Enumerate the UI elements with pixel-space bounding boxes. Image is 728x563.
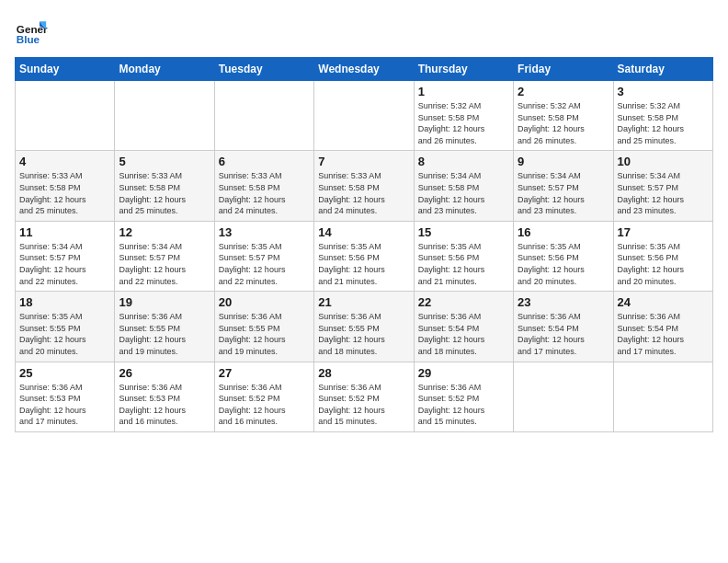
weekday-header: Saturday (613, 58, 712, 81)
calendar-cell (613, 362, 712, 431)
calendar-cell: 20Sunrise: 5:36 AMSunset: 5:55 PMDayligh… (214, 292, 313, 362)
day-number: 16 (518, 225, 609, 239)
calendar-cell: 18Sunrise: 5:35 AMSunset: 5:55 PMDayligh… (16, 292, 115, 362)
calendar-cell: 26Sunrise: 5:36 AMSunset: 5:53 PMDayligh… (115, 362, 214, 431)
day-number: 26 (119, 366, 210, 380)
weekday-header: Tuesday (214, 58, 313, 81)
weekday-header: Wednesday (314, 58, 414, 81)
calendar-cell: 22Sunrise: 5:36 AMSunset: 5:54 PMDayligh… (414, 292, 513, 362)
calendar-week-row: 11Sunrise: 5:34 AMSunset: 5:57 PMDayligh… (16, 221, 713, 291)
calendar-cell (514, 362, 613, 431)
day-info: Sunrise: 5:34 AMSunset: 5:57 PMDaylight:… (119, 241, 210, 287)
calendar-cell (214, 81, 313, 151)
calendar-cell: 21Sunrise: 5:36 AMSunset: 5:55 PMDayligh… (314, 292, 414, 362)
day-info: Sunrise: 5:36 AMSunset: 5:52 PMDaylight:… (219, 382, 310, 428)
calendar-cell: 13Sunrise: 5:35 AMSunset: 5:57 PMDayligh… (214, 221, 313, 291)
day-number: 25 (19, 366, 110, 380)
day-number: 28 (318, 366, 409, 380)
day-info: Sunrise: 5:33 AMSunset: 5:58 PMDaylight:… (318, 170, 409, 216)
day-number: 23 (518, 295, 609, 309)
day-number: 14 (318, 225, 409, 239)
calendar-cell: 6Sunrise: 5:33 AMSunset: 5:58 PMDaylight… (214, 151, 313, 221)
day-info: Sunrise: 5:34 AMSunset: 5:58 PMDaylight:… (418, 170, 509, 216)
day-info: Sunrise: 5:34 AMSunset: 5:57 PMDaylight:… (518, 170, 609, 216)
day-number: 29 (418, 366, 509, 380)
day-number: 4 (19, 155, 110, 168)
calendar-cell: 11Sunrise: 5:34 AMSunset: 5:57 PMDayligh… (16, 221, 115, 291)
calendar-cell: 28Sunrise: 5:36 AMSunset: 5:52 PMDayligh… (314, 362, 414, 431)
calendar-cell: 10Sunrise: 5:34 AMSunset: 5:57 PMDayligh… (613, 151, 712, 221)
day-number: 15 (418, 225, 509, 239)
weekday-header: Friday (514, 58, 613, 81)
weekday-header: Thursday (414, 58, 513, 81)
day-number: 18 (19, 295, 110, 309)
calendar-week-row: 1Sunrise: 5:32 AMSunset: 5:58 PMDaylight… (16, 81, 713, 151)
day-info: Sunrise: 5:35 AMSunset: 5:56 PMDaylight:… (318, 241, 409, 287)
calendar-body: 1Sunrise: 5:32 AMSunset: 5:58 PMDaylight… (16, 81, 713, 432)
calendar-week-row: 18Sunrise: 5:35 AMSunset: 5:55 PMDayligh… (16, 292, 713, 362)
day-info: Sunrise: 5:36 AMSunset: 5:54 PMDaylight:… (518, 311, 609, 357)
calendar-cell: 25Sunrise: 5:36 AMSunset: 5:53 PMDayligh… (16, 362, 115, 431)
logo-icon: General Blue (15, 15, 48, 48)
calendar-table: SundayMondayTuesdayWednesdayThursdayFrid… (15, 57, 713, 432)
calendar-cell: 3Sunrise: 5:32 AMSunset: 5:58 PMDaylight… (613, 81, 712, 151)
calendar-week-row: 25Sunrise: 5:36 AMSunset: 5:53 PMDayligh… (16, 362, 713, 431)
calendar-cell: 29Sunrise: 5:36 AMSunset: 5:52 PMDayligh… (414, 362, 513, 431)
calendar-cell: 1Sunrise: 5:32 AMSunset: 5:58 PMDaylight… (414, 81, 513, 151)
logo: General Blue (15, 15, 48, 48)
day-info: Sunrise: 5:35 AMSunset: 5:56 PMDaylight:… (518, 241, 609, 287)
calendar-cell: 4Sunrise: 5:33 AMSunset: 5:58 PMDaylight… (16, 151, 115, 221)
day-number: 2 (518, 85, 609, 98)
day-info: Sunrise: 5:36 AMSunset: 5:52 PMDaylight:… (318, 382, 409, 428)
calendar-cell: 9Sunrise: 5:34 AMSunset: 5:57 PMDaylight… (514, 151, 613, 221)
day-number: 7 (318, 155, 409, 168)
day-info: Sunrise: 5:36 AMSunset: 5:55 PMDaylight:… (219, 311, 310, 357)
day-number: 21 (318, 295, 409, 309)
day-info: Sunrise: 5:36 AMSunset: 5:53 PMDaylight:… (19, 382, 110, 428)
day-info: Sunrise: 5:32 AMSunset: 5:58 PMDaylight:… (518, 100, 609, 146)
day-info: Sunrise: 5:36 AMSunset: 5:55 PMDaylight:… (318, 311, 409, 357)
day-info: Sunrise: 5:32 AMSunset: 5:58 PMDaylight:… (618, 100, 709, 146)
calendar-cell: 24Sunrise: 5:36 AMSunset: 5:54 PMDayligh… (613, 292, 712, 362)
day-number: 19 (119, 295, 210, 309)
day-number: 27 (219, 366, 310, 380)
day-info: Sunrise: 5:33 AMSunset: 5:58 PMDaylight:… (19, 170, 110, 216)
day-number: 13 (219, 225, 310, 239)
calendar-cell: 16Sunrise: 5:35 AMSunset: 5:56 PMDayligh… (514, 221, 613, 291)
calendar-cell: 8Sunrise: 5:34 AMSunset: 5:58 PMDaylight… (414, 151, 513, 221)
day-info: Sunrise: 5:36 AMSunset: 5:53 PMDaylight:… (119, 382, 210, 428)
day-number: 12 (119, 225, 210, 239)
calendar-week-row: 4Sunrise: 5:33 AMSunset: 5:58 PMDaylight… (16, 151, 713, 221)
day-info: Sunrise: 5:35 AMSunset: 5:56 PMDaylight:… (418, 241, 509, 287)
calendar-cell: 19Sunrise: 5:36 AMSunset: 5:55 PMDayligh… (115, 292, 214, 362)
weekday-header: Sunday (16, 58, 115, 81)
day-info: Sunrise: 5:33 AMSunset: 5:58 PMDaylight:… (219, 170, 310, 216)
calendar-cell: 23Sunrise: 5:36 AMSunset: 5:54 PMDayligh… (514, 292, 613, 362)
calendar-cell: 17Sunrise: 5:35 AMSunset: 5:56 PMDayligh… (613, 221, 712, 291)
calendar-cell (16, 81, 115, 151)
day-number: 24 (618, 295, 709, 309)
day-number: 6 (219, 155, 310, 168)
day-info: Sunrise: 5:33 AMSunset: 5:58 PMDaylight:… (119, 170, 210, 216)
day-info: Sunrise: 5:36 AMSunset: 5:55 PMDaylight:… (119, 311, 210, 357)
day-number: 22 (418, 295, 509, 309)
calendar-cell: 15Sunrise: 5:35 AMSunset: 5:56 PMDayligh… (414, 221, 513, 291)
day-number: 8 (418, 155, 509, 168)
day-info: Sunrise: 5:34 AMSunset: 5:57 PMDaylight:… (618, 170, 709, 216)
calendar-cell (115, 81, 214, 151)
day-info: Sunrise: 5:35 AMSunset: 5:55 PMDaylight:… (19, 311, 110, 357)
day-number: 17 (618, 225, 709, 239)
weekday-header: Monday (115, 58, 214, 81)
svg-text:Blue: Blue (17, 33, 40, 45)
day-info: Sunrise: 5:35 AMSunset: 5:56 PMDaylight:… (618, 241, 709, 287)
day-number: 11 (19, 225, 110, 239)
day-number: 3 (618, 85, 709, 98)
day-info: Sunrise: 5:32 AMSunset: 5:58 PMDaylight:… (418, 100, 509, 146)
day-info: Sunrise: 5:36 AMSunset: 5:54 PMDaylight:… (618, 311, 709, 357)
calendar-cell: 14Sunrise: 5:35 AMSunset: 5:56 PMDayligh… (314, 221, 414, 291)
calendar-cell: 27Sunrise: 5:36 AMSunset: 5:52 PMDayligh… (214, 362, 313, 431)
day-info: Sunrise: 5:35 AMSunset: 5:57 PMDaylight:… (219, 241, 310, 287)
day-number: 1 (418, 85, 509, 98)
calendar-cell (314, 81, 414, 151)
day-number: 10 (618, 155, 709, 168)
